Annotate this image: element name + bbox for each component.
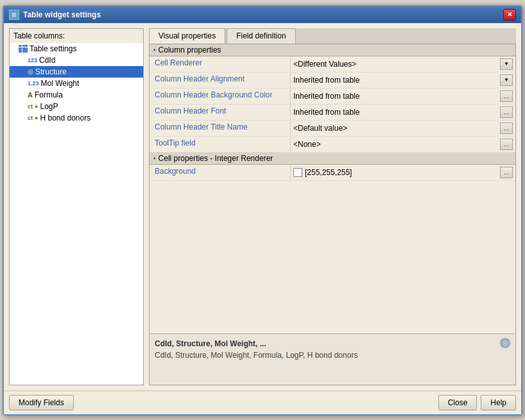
tree-item-label: Formula bbox=[35, 90, 63, 99]
property-row-header-alignment: Column Header Alignment Inherited from t… bbox=[150, 72, 515, 88]
property-value: Inherited from table ... bbox=[291, 105, 515, 120]
color-swatch bbox=[293, 168, 302, 177]
browse-button[interactable]: ... bbox=[500, 122, 513, 134]
tree-item-cdid[interactable]: 123 CdId bbox=[10, 55, 143, 66]
number-icon: 1.23 bbox=[28, 80, 39, 87]
value-text: <None> bbox=[293, 140, 497, 149]
dropdown-button[interactable]: ▼ bbox=[500, 58, 513, 70]
tree-item-formula[interactable]: A Formula bbox=[10, 89, 143, 101]
title-bar: ⊞ Table widget settings ✕ bbox=[4, 6, 521, 23]
tab-field-definition[interactable]: Field definition bbox=[227, 28, 295, 44]
property-label: Cell Renderer bbox=[150, 56, 291, 72]
property-value: Inherited from table ... bbox=[291, 88, 515, 104]
tabs: Visual properties Field definition bbox=[149, 28, 516, 44]
bottom-bar: Modify Fields Close Help bbox=[4, 391, 521, 414]
tree-item-label: Structure bbox=[35, 67, 67, 76]
tree-item-mol-weight[interactable]: 1.23 Mol Weight bbox=[10, 78, 143, 89]
ct-icon: ct bbox=[28, 103, 33, 110]
tree-item-table-settings[interactable]: Table settings bbox=[10, 43, 143, 55]
property-label: Column Header Font bbox=[150, 105, 291, 120]
preview-icon bbox=[500, 338, 510, 348]
spacer bbox=[150, 181, 515, 333]
close-window-button[interactable]: ✕ bbox=[503, 9, 516, 21]
value-text: Inherited from table bbox=[293, 108, 497, 117]
tree-item-label: H bond donors bbox=[40, 113, 90, 122]
property-value: Inherited from table ▼ bbox=[291, 72, 515, 88]
value-text: Inherited from table bbox=[293, 76, 497, 85]
preview-section: CdId, Structure, Mol Weight, ... CdId, S… bbox=[150, 333, 515, 385]
property-value: [255,255,255] ... bbox=[291, 165, 515, 180]
dot-icon: ● bbox=[35, 103, 38, 110]
property-row-background: Background [255,255,255] ... bbox=[150, 165, 515, 181]
property-label: Column Header Alignment bbox=[150, 72, 291, 88]
structure-icon: ◎ bbox=[28, 68, 33, 75]
section-title: Cell properties - Integer Renderer bbox=[159, 154, 273, 163]
left-panel: Table columns: Table settings 123 CdId ◎… bbox=[9, 28, 144, 385]
property-value: <Default value> ... bbox=[291, 121, 515, 136]
number-icon: 123 bbox=[28, 57, 37, 63]
property-label: ToolTip field bbox=[150, 137, 291, 152]
property-value: <None> ... bbox=[291, 137, 515, 152]
window-content: Table columns: Table settings 123 CdId ◎… bbox=[4, 23, 521, 391]
property-row-cell-renderer: Cell Renderer <Different Values> ▼ bbox=[150, 56, 515, 72]
tab-visual-properties[interactable]: Visual properties bbox=[149, 28, 225, 44]
left-panel-title: Table columns: bbox=[10, 29, 143, 43]
close-button[interactable]: Close bbox=[438, 395, 478, 410]
formula-icon: A bbox=[28, 91, 33, 99]
preview-title: CdId, Structure, Mol Weight, ... bbox=[155, 339, 266, 348]
tree-item-logp[interactable]: ct ● LogP bbox=[10, 101, 143, 112]
main-window: ⊞ Table widget settings ✕ Table columns:… bbox=[3, 5, 522, 416]
window-icon: ⊞ bbox=[9, 10, 19, 20]
property-label: Background bbox=[150, 165, 291, 180]
cell-properties-header: ▪ Cell properties - Integer Renderer bbox=[150, 153, 515, 165]
value-text: <Different Values> bbox=[293, 60, 497, 69]
help-button[interactable]: Help bbox=[481, 395, 516, 410]
tree-item-label: CdId bbox=[39, 56, 55, 65]
modify-fields-button[interactable]: Modify Fields bbox=[9, 395, 74, 410]
tree-item-h-bond-donors[interactable]: ct ● H bond donors bbox=[10, 112, 143, 124]
tree-item-label: LogP bbox=[40, 102, 58, 111]
collapse-button[interactable]: ▪ bbox=[153, 155, 156, 162]
preview-content: CdId, Structure, Mol Weight, Formula, Lo… bbox=[155, 351, 510, 360]
property-value: <Different Values> ▼ bbox=[291, 56, 515, 72]
value-text: [255,255,255] bbox=[305, 168, 497, 177]
dot-icon: ● bbox=[35, 115, 38, 121]
property-label: Column Header Background Color bbox=[150, 88, 291, 104]
table-icon bbox=[19, 45, 28, 53]
property-row-header-title: Column Header Title Name <Default value>… bbox=[150, 121, 515, 137]
browse-button[interactable]: ... bbox=[500, 139, 513, 150]
dropdown-button[interactable]: ▼ bbox=[500, 74, 513, 86]
tree-item-label: Mol Weight bbox=[41, 79, 80, 88]
property-row-header-bg-color: Column Header Background Color Inherited… bbox=[150, 88, 515, 105]
ct-icon: ct bbox=[28, 115, 33, 121]
window-title: Table widget settings bbox=[23, 10, 101, 19]
property-label: Column Header Title Name bbox=[150, 121, 291, 136]
property-row-header-font: Column Header Font Inherited from table … bbox=[150, 105, 515, 121]
value-text: <Default value> bbox=[293, 124, 497, 133]
browse-button[interactable]: ... bbox=[500, 90, 513, 102]
column-properties-header: ▪ Column properties bbox=[150, 44, 515, 56]
property-row-tooltip: ToolTip field <None> ... bbox=[150, 137, 515, 153]
section-title: Column properties bbox=[159, 46, 221, 55]
bottom-right-buttons: Close Help bbox=[438, 395, 516, 410]
collapse-button[interactable]: ▪ bbox=[153, 46, 156, 53]
tab-content: ▪ Column properties Cell Renderer <Diffe… bbox=[149, 44, 516, 385]
browse-button[interactable]: ... bbox=[500, 167, 513, 178]
tree-item-label: Table settings bbox=[30, 44, 76, 53]
title-bar-left: ⊞ Table widget settings bbox=[9, 10, 101, 20]
tree-item-structure[interactable]: ◎ Structure bbox=[10, 66, 143, 78]
value-text: Inherited from table bbox=[293, 92, 497, 101]
browse-button[interactable]: ... bbox=[500, 106, 513, 118]
right-panel: Visual properties Field definition ▪ Col… bbox=[149, 28, 516, 385]
